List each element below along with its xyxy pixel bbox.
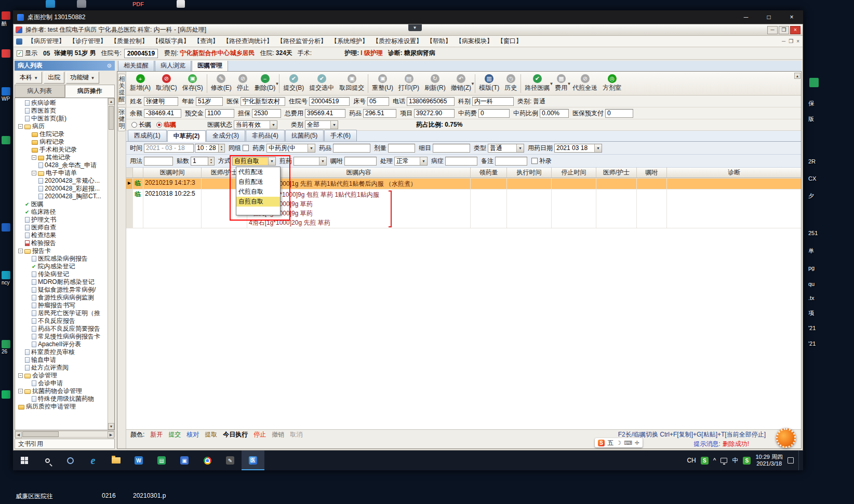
tree-item[interactable]: 输血申请 [16, 356, 107, 364]
tree-item[interactable]: ✔医嘱 [16, 200, 107, 208]
tree-item[interactable]: −报告卡 [16, 247, 107, 255]
desktop-file-2[interactable]: 20210301.p [133, 492, 166, 499]
order-category-select[interactable]: 全部▼ [305, 120, 338, 129]
decoct-select[interactable]: ▼ [293, 157, 327, 166]
row-selector[interactable]: ▸ [126, 179, 133, 189]
chevron-down-icon[interactable]: ▼ [471, 81, 475, 86]
tree-item[interactable]: 会诊申请 [16, 379, 107, 387]
tree-item[interactable]: 西医首页 [16, 107, 107, 115]
mode-select[interactable]: 自煎自取▼ [232, 157, 276, 166]
show-desktop-strip[interactable] [798, 451, 801, 470]
taskbar-item-emr-active[interactable]: 医 [242, 451, 264, 470]
action-center-icon[interactable] [788, 457, 794, 464]
desktop-icon[interactable] [2, 223, 10, 231]
tab-相关提醒[interactable]: 相关提醒 [118, 61, 154, 71]
sidebar-button-2[interactable]: 功能键 ▼ [66, 72, 99, 84]
tree-item[interactable]: 食源性疾病病例监测 [16, 294, 107, 302]
field-中药费[interactable]: 0 [478, 109, 510, 118]
desktop-icon-label[interactable]: '21 [808, 325, 816, 331]
collapse-icon[interactable]: − [32, 171, 36, 175]
toolbar-overflow-icon[interactable]: ▲ [794, 73, 800, 79]
field-电话[interactable]: 13806965065 [407, 97, 455, 106]
toolbar-button-历史[interactable]: ◷历史 [502, 73, 519, 93]
tree-item[interactable]: 20200428_常规心... [16, 177, 107, 185]
dropdown-option-代煎配送[interactable]: 代煎配送 [236, 167, 280, 177]
tree-item[interactable]: 病历质控申请管理 [16, 403, 107, 411]
order-row[interactable]: ▸临20210219 14:17:31百部[1g*1000]1g 先煎 草药1贴… [126, 179, 801, 189]
desktop-icon-label[interactable]: CX [808, 175, 816, 182]
scroll-right-icon[interactable]: ▶ [108, 431, 114, 438]
tree-item[interactable]: 护理文书 [16, 216, 107, 224]
tree-item[interactable]: 药品不良反应简要报告 [16, 325, 107, 333]
desktop-icon-label[interactable]: 保 [808, 100, 814, 107]
remote-minimize-button[interactable]: ─ [735, 10, 757, 24]
tree-item[interactable]: 20200428_胸部CT... [16, 193, 107, 200]
tree-item[interactable]: 住院记录 [16, 130, 107, 138]
supplement-checkbox[interactable] [531, 158, 538, 164]
toolbar-button-刷新(R)[interactable]: ↻刷新(R) [422, 73, 448, 93]
field-床号[interactable]: 05 [367, 97, 389, 106]
tree-item[interactable]: 特殊使用级抗菌药物 [16, 395, 107, 403]
field-预交金[interactable]: 1100 [205, 109, 234, 118]
desktop-icon[interactable] [2, 49, 10, 58]
taskbar-clock[interactable]: 10:29 周四 2021/3/18 [755, 454, 783, 467]
dose-input[interactable] [388, 144, 415, 153]
grid-header-医嘱时间[interactable]: 医嘱时间 [143, 168, 202, 178]
menu-item-0[interactable]: 【病历管理】 [25, 36, 67, 47]
toolbar-button-修改(E)[interactable]: ✎修改(E) [208, 73, 234, 93]
desktop-icon[interactable] [809, 78, 819, 87]
grid-header-医嘱内容[interactable]: 医嘱内容 [247, 168, 471, 178]
toolbar-button-代煎全送[interactable]: ⊘代煎全送 [570, 73, 600, 93]
toolbar-button-模版(T)[interactable]: ▥模版(T) [476, 73, 502, 93]
scroll-up-icon[interactable]: ▲ [108, 98, 114, 105]
toolbar-button-取消(C)[interactable]: ⊘取消(C) [153, 73, 180, 93]
same-group-checkbox[interactable] [243, 145, 249, 151]
field-余额[interactable]: -38469.41 [144, 109, 181, 118]
desktop-file-1[interactable]: 0216 [102, 492, 116, 499]
field-担保[interactable]: 2530 [252, 109, 281, 118]
tree-item[interactable]: 20200428_彩超报... [16, 185, 107, 193]
desktop-icon[interactable] [2, 11, 10, 20]
scroll-left-icon[interactable]: ◀ [15, 431, 22, 438]
desktop-icon-label[interactable]: 2R [808, 158, 816, 165]
desktop-pdf-icon[interactable]: PDF [132, 1, 144, 7]
taskbar-item-cortana[interactable] [59, 451, 82, 470]
tree-item[interactable]: 0428_余华杰_申请 [16, 161, 107, 169]
medication-date-select[interactable]: 2021 03 18▼ [554, 144, 602, 153]
toolbar-button-重整(U)[interactable]: ▣重整(U) [369, 73, 396, 93]
dropdown-option-代煎自取[interactable]: 代煎自取 [236, 187, 280, 197]
vertical-tab-0[interactable]: 相关提醒 [118, 74, 126, 105]
taskbar-item-edge[interactable]: e [82, 451, 104, 470]
field-医保[interactable]: 宁化新型农村 [241, 97, 285, 106]
tree-item[interactable]: 居民死亡医学证明（推 [16, 309, 107, 317]
display-icon[interactable] [720, 458, 727, 463]
taskbar-item-window-app[interactable]: ▣ [173, 451, 196, 470]
tab-病人浏览[interactable]: 病人浏览 [155, 61, 191, 71]
taskbar-item-chrome[interactable] [196, 451, 219, 470]
tree-item[interactable]: 病程记录 [16, 138, 107, 146]
desktop-icon-label[interactable]: 251 [808, 230, 818, 236]
tree-item[interactable]: 医院感染病例报告 [16, 255, 107, 263]
sidebar-button-1[interactable]: 出院 [44, 72, 64, 84]
mdi-restore-icon[interactable]: ❐ [789, 38, 793, 44]
pin-icon[interactable]: ⊙ [107, 62, 112, 69]
tree-item[interactable]: 疾病诊断 [16, 99, 107, 107]
toolbar-button-方剂室[interactable]: ◎方剂室 [600, 73, 624, 93]
desktop-icon-label[interactable]: 版 [808, 115, 814, 123]
collapse-icon[interactable]: − [18, 373, 23, 378]
desktop-doc-icon[interactable] [177, 0, 185, 8]
tree-item[interactable]: 检验报告 [16, 239, 107, 247]
assistant-logo-icon[interactable] [776, 428, 796, 448]
desktop-file-0[interactable]: 威廉区医院往 [16, 492, 53, 501]
menu-item-9[interactable]: 【帮助】 [424, 36, 453, 47]
taskbar-item-notes[interactable]: ▤ [150, 451, 173, 470]
sogou-logo-icon[interactable]: S [598, 440, 605, 446]
collapse-icon[interactable]: − [32, 155, 36, 160]
drug-tab-手术(6)[interactable]: 手术(6) [324, 130, 357, 141]
tie-count-spinner[interactable]: ▲▼ [208, 157, 215, 166]
drug-input[interactable] [333, 144, 370, 153]
sidebar-tab-病人列表[interactable]: 病人列表 [15, 85, 65, 98]
app-restore-button[interactable]: ❐ [779, 26, 789, 34]
tree-item[interactable]: ApacheII评分表 [16, 340, 107, 348]
toolbar-button-保存(S)[interactable]: ▣保存(S) [180, 73, 206, 93]
